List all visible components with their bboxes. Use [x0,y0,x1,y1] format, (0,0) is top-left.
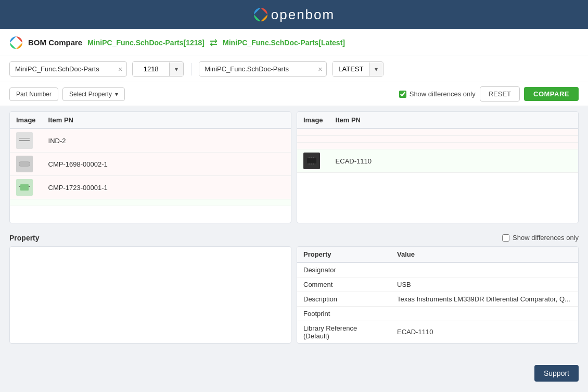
left-img-cell-4 [10,199,42,206]
show-differences-label[interactable]: Show differences only [399,90,476,98]
prop-name-4: Footprint [297,306,391,321]
bom-title: BOM Compare [28,38,82,47]
prop-name-5: Library Reference (Default) [297,321,391,343]
svg-rect-13 [307,158,316,163]
svg-rect-16 [313,157,314,158]
property-tables: Property Value Designator Comment USB De… [9,246,579,344]
select-property-label: Select Property [69,91,112,98]
property-section: Property Show differences only Property … [0,229,588,349]
right-table-panel: Image Item PN [297,111,579,223]
prop-row-5: Library Reference (Default) ECAD-1110 [297,321,578,343]
bom-bar: BOM Compare MiniPC_Func.SchDoc-Parts[121… [0,29,588,56]
left-table-panel: Image Item PN IND-2 [9,111,291,223]
right-img-4 [303,153,320,169]
swap-icon: ⇄ [210,37,218,48]
right-pn-cell-3 [329,143,578,149]
right-row-2 [297,136,578,143]
prop-col-property: Property [297,247,391,262]
left-input-group: × [9,61,127,77]
toolbar-row: Part Number Select Property ▾ Show diffe… [0,82,588,106]
left-row-4 [10,199,291,206]
prop-name-2: Comment [297,277,391,292]
right-file-input[interactable] [199,62,314,76]
svg-rect-17 [309,163,310,165]
right-pn-cell-2 [329,136,578,143]
part-number-button[interactable]: Part Number [9,87,58,101]
select-property-arrow-icon: ▾ [115,91,118,98]
right-col-item-pn: Item PN [329,112,578,129]
left-img-cell-3 [10,176,42,199]
property-title: Property [9,234,40,242]
right-pn-cell-1 [329,129,578,136]
show-differences-text: Show differences only [410,90,476,98]
prop-value-1 [391,262,578,277]
prop-name-1: Designator [297,262,391,277]
prop-col-value: Value [391,247,578,262]
right-pn-cell-4: ECAD-1110 [329,149,578,173]
right-img-cell-1 [297,129,329,136]
left-img-cell-1 [10,129,42,153]
svg-rect-14 [309,157,310,158]
svg-rect-19 [313,163,314,165]
bom-icon [9,36,23,49]
prop-name-3: Description [297,292,391,306]
svg-point-1 [257,11,264,18]
right-img-cell-4 [297,149,329,173]
left-pn-cell-4 [42,199,291,206]
version-dropdown-button[interactable]: ▾ [169,62,183,76]
select-property-button[interactable]: Select Property ▾ [62,87,125,101]
left-col-image: Image [10,112,42,129]
property-header: Property Show differences only [9,234,579,242]
reset-button[interactable]: RESET [480,86,520,102]
left-pn-cell-1: IND-2 [42,129,291,153]
right-img-cell-3 [297,143,329,149]
version-input-group: ▾ [132,61,184,77]
right-row-empty [297,173,578,189]
left-img-2 [16,156,33,172]
property-show-differences-label[interactable]: Show differences only [502,234,579,242]
latest-dropdown-button[interactable]: ▾ [369,62,383,76]
prop-value-5: ECAD-1110 [391,321,578,343]
right-clear-button[interactable]: × [314,65,326,73]
latest-version-input[interactable] [333,62,369,76]
svg-rect-18 [311,163,312,165]
compare-button[interactable]: COMPARE [524,87,579,101]
prop-value-3: Texas Instruments LM339DR Differential C… [391,292,578,306]
prop-value-2: USB [391,277,578,292]
right-table: Image Item PN [297,112,578,189]
separator [191,63,191,75]
svg-rect-10 [20,184,29,191]
svg-rect-15 [311,157,312,158]
left-img-cell-2 [10,153,42,176]
left-table: Image Item PN IND-2 [10,112,291,223]
left-row-2: CMP-1698-00002-1 [10,153,291,176]
left-file-input[interactable] [10,62,114,76]
left-row-3: CMP-1723-00001-1 [10,176,291,199]
right-row-3 [297,143,578,149]
right-property-panel: Property Value Designator Comment USB De… [297,246,579,344]
svg-point-2 [13,40,19,46]
tables-section: Image Item PN IND-2 [9,111,579,223]
main-content: Image Item PN IND-2 [0,106,588,229]
property-show-differences-checkbox[interactable] [502,234,509,242]
prop-row-4: Footprint [297,306,578,321]
prop-value-4 [391,306,578,321]
left-img-3 [16,179,33,196]
left-property-panel [9,246,291,344]
bom-file1: MiniPC_Func.SchDoc-Parts[1218] [87,39,204,47]
prop-row-1: Designator [297,262,578,277]
show-differences-checkbox[interactable] [399,91,406,98]
prop-row-2: Comment USB [297,277,578,292]
left-row-empty [10,206,291,223]
right-img-cell-2 [297,136,329,143]
version-input[interactable] [133,62,169,76]
left-img-1 [16,132,33,149]
logo-text: openbom [271,7,335,23]
controls-bar: × ▾ × ▾ [0,56,588,82]
top-header: openbom [0,0,588,29]
left-clear-button[interactable]: × [114,65,126,73]
prop-row-3: Description Texas Instruments LM339DR Di… [297,292,578,306]
latest-version-group: ▾ [332,61,384,77]
property-show-differences-text: Show differences only [513,234,579,242]
left-pn-cell-2: CMP-1698-00002-1 [42,153,291,176]
